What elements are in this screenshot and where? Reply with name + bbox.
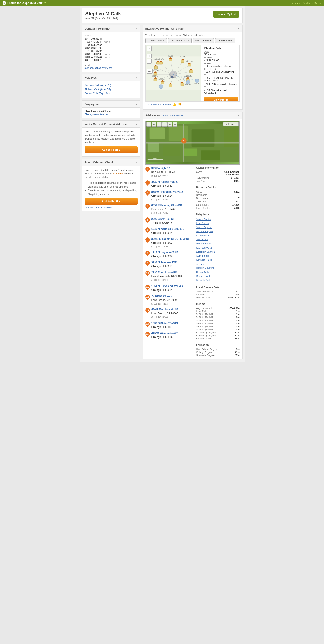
criminal-disclaimer-link[interactable]: Criminal Check Disclaimer	[85, 206, 113, 209]
addr-street-8[interactable]: 1217 N Hoyne AVE #B	[151, 250, 178, 254]
map-zoom-out-addr-button[interactable]: ⊖	[173, 122, 177, 126]
addr-pin-9[interactable]: 9	[144, 260, 150, 266]
neighbor-janice-fayhee[interactable]: Janice Fayhee	[196, 225, 240, 230]
company-name[interactable]: Chicagovolunteernet	[85, 113, 138, 116]
verify-add-to-profile-button[interactable]: Add to Profile	[85, 146, 138, 153]
svg-rect-86	[224, 128, 237, 146]
zoom-out-button[interactable]: −	[147, 59, 152, 64]
neighbor-kathleen-verta[interactable]: Kathleen Verta	[196, 246, 240, 250]
addr-pin-5[interactable]: 5	[144, 216, 150, 222]
addr-pin-15[interactable]: 15	[144, 330, 150, 337]
zoom-in-button[interactable]: +	[147, 54, 152, 58]
map-north-button[interactable]: N	[152, 122, 156, 126]
neighbor-kenneth-keller[interactable]: Kenneth Keller	[196, 278, 240, 282]
contact-collapse-icon[interactable]: ▲	[135, 27, 138, 30]
addr-pin-1[interactable]: 1	[144, 166, 150, 172]
addr-street-2[interactable]: 4630 N Racine AVE #1	[151, 180, 179, 184]
income-bracket-row: $50k to $74,999 7%	[196, 325, 240, 328]
addr-street-5[interactable]: 2206 Silver Fox CT	[151, 217, 175, 221]
addr-pin-11[interactable]: 11	[144, 284, 150, 290]
verify-panel-header: Verify Current Phone & Address ▲	[82, 121, 140, 128]
map-down-button[interactable]: ↓	[157, 122, 162, 126]
thumbs-up-icon[interactable]: 👍	[173, 103, 176, 106]
thumbs-down-icon[interactable]: 👎	[178, 103, 182, 106]
addr-pin-10[interactable]: 10	[144, 270, 150, 276]
criminal-collapse-icon[interactable]: ▲	[135, 161, 138, 164]
addresses-collapse-icon[interactable]: ▲	[237, 114, 240, 116]
neighbor-jr-harris[interactable]: Jr Harris	[196, 262, 240, 266]
neighbor-john-pilant[interactable]: John Pilant	[196, 238, 240, 242]
addr-street-12[interactable]: 70 Glendora AVE	[151, 294, 178, 298]
contact-email[interactable]: stephen.calk@crnky.org	[85, 66, 138, 70]
relatives-collapse-icon[interactable]: ▲	[135, 76, 138, 79]
addr-pin-12[interactable]: 12	[144, 294, 150, 300]
owner-label: Owner	[196, 170, 203, 176]
neighbor-donna-eplett[interactable]: Donna Eplett	[196, 274, 240, 278]
neighbor-casey-keller[interactable]: Casey Keller	[196, 270, 240, 274]
view-profile-button[interactable]: View Profile	[204, 97, 238, 101]
relationship-map-canvas[interactable]: Stephen Calk	[146, 45, 201, 101]
neighbor-michael-fayhee[interactable]: Michael Fayhee	[196, 230, 240, 234]
addr-street-14[interactable]: 1530 S State ST #16O	[151, 321, 178, 325]
verify-collapse-icon[interactable]: ▲	[135, 123, 138, 125]
states-link[interactable]: 43 states	[113, 172, 123, 175]
tax-amount-row: Tax Amount $45,093	[196, 176, 240, 179]
addr-street-10[interactable]: 2230 Frenchtown RD	[151, 270, 182, 274]
help-icon[interactable]: ?	[44, 1, 46, 4]
addr-pin-3[interactable]: 3	[144, 189, 150, 195]
neighbor-kenneth-harris[interactable]: Kenneth Harris	[196, 258, 240, 262]
addr-street-3[interactable]: 858 W Armitage AVE #215	[151, 190, 183, 194]
map-left-button[interactable]: ←	[162, 122, 167, 126]
map-up-button[interactable]: ↑	[146, 122, 151, 126]
contact-panel: Contact Information ▲ Phone (847) 256-97…	[82, 25, 140, 72]
addr-pin-4[interactable]: 4	[144, 203, 150, 209]
save-to-list-button[interactable]: Save to My List	[213, 11, 239, 18]
my-list-link[interactable]: « My List	[312, 2, 321, 4]
addr-pin-8[interactable]: 8	[144, 250, 150, 256]
fit-button[interactable]: CT	[147, 69, 153, 74]
relationship-map-panel: Interactive Relationship Map ▲ Visually …	[143, 25, 242, 110]
hide-professional-button[interactable]: Hide Professional	[168, 38, 192, 43]
show-all-addresses-link[interactable]: Show All Addresses	[162, 114, 183, 117]
neighbor-herbert-deyoung[interactable]: Herbert Deyoung	[196, 266, 240, 270]
rel-map-collapse-icon[interactable]: ▲	[237, 27, 240, 30]
criminal-add-to-profile-button[interactable]: Add to Profile	[85, 198, 138, 205]
map-zoom-in-addr-button[interactable]: ⊕	[167, 122, 172, 126]
neighbor-lynn-collins[interactable]: Lynn Collins	[196, 222, 240, 226]
addr-pin-13[interactable]: 13	[144, 307, 150, 313]
employment-collapse-icon[interactable]: ▲	[135, 103, 138, 105]
addr-street-1[interactable]: 329 Raleigh RD	[151, 166, 175, 170]
relative-barbara[interactable]: Barbara Calk (Age: 78)	[85, 83, 138, 88]
neighbor-michael-verta[interactable]: Michael Verta	[196, 242, 240, 246]
addr-pin-14[interactable]: 14	[144, 320, 150, 327]
hide-addresses-button[interactable]: Hide Addresses	[145, 38, 167, 43]
relative-richard[interactable]: Richard Calk (Age: 54)	[85, 88, 138, 92]
hide-education-button[interactable]: Hide Education	[193, 38, 214, 43]
neighbor-gary-bannon[interactable]: Gary Bannon	[196, 254, 240, 258]
addr-street-9[interactable]: 3738 N Janssen AVE	[151, 260, 177, 264]
address-map[interactable]: 1 100 ft ↑ N ↓ ← ⊕ ⊖	[145, 121, 240, 164]
addresses-panel-header: Addresses Show All Addresses ▲	[143, 112, 242, 119]
search-results-link[interactable]: « Search Results	[292, 2, 310, 4]
expand-map-button[interactable]: ⤢	[147, 46, 152, 51]
hide-relatives-button[interactable]: Hide Relatives	[215, 38, 235, 43]
addr-detail-4: 6653 E Evening Glow DR Scottsdale, AZ 85…	[151, 204, 182, 215]
addr-street-13[interactable]: 460 E Morningside ST	[151, 308, 179, 312]
addr-street-7[interactable]: 300 N Elizabeth ST #STE 610C	[151, 237, 189, 241]
addr-detail-2: 4630 N Racine AVE #1 Chicago, IL 60640	[151, 180, 179, 188]
neighbor-james-boothe[interactable]: James Boothe	[196, 217, 240, 222]
neighbor-kristin-pilant[interactable]: Kristin Pilant	[196, 234, 240, 238]
addr-street-6[interactable]: 1640 N Wells ST #1100 E E	[151, 227, 184, 231]
neighbor-elizabeth-bannon[interactable]: Elizabeth Bannon	[196, 250, 240, 254]
addr-street-11[interactable]: 1851 N Cleveland AVE #B	[151, 284, 183, 288]
addr-street-4[interactable]: 6653 E Evening Glow DR	[151, 204, 182, 207]
addr-street-15[interactable]: 445 W Wisconsin AVE	[151, 331, 179, 335]
relative-donna[interactable]: Donna Calk (Age: 44)	[85, 92, 138, 96]
addr-pin-7[interactable]: 7	[144, 236, 150, 242]
addr-pin-6[interactable]: 6	[144, 226, 150, 232]
addr-chevron-1[interactable]: ›	[178, 170, 179, 174]
employment-panel-header: Employment ▲	[82, 101, 140, 108]
birdseye-button[interactable]: Bird's eye ▼	[223, 122, 238, 126]
map-lived-label: Has Lived At:	[204, 68, 238, 70]
addr-pin-2[interactable]: 2	[144, 179, 150, 185]
